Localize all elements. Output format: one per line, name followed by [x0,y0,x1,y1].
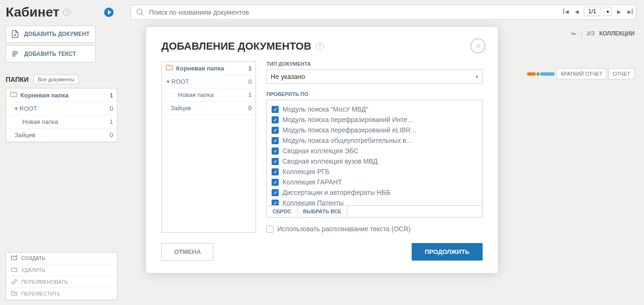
close-button[interactable]: ✕ [470,38,485,53]
check-item[interactable]: Сводная коллекция ЭБС [272,146,477,156]
modal-title: ДОБАВЛЕНИЕ ДОКУМЕНТОВ [161,40,311,52]
ocr-checkbox-row[interactable]: Использовать распознавание текста (OCR) [266,225,483,233]
checkbox-icon [272,137,279,144]
folder-name: Корневая папка [176,65,224,72]
modal-folder-row[interactable]: Корневая папка 1 [162,61,256,75]
check-label: Коллекция Патенты [282,199,344,206]
cancel-button[interactable]: ОТМЕНА [161,243,213,261]
folder-name: Зайцев [170,105,191,112]
check-item[interactable]: Модуль поиска перефразирований Инте... [272,114,477,125]
help-icon[interactable]: ? [316,43,324,50]
doc-type-label: ТИП ДОКУМЕНТА [266,61,483,67]
check-label: Модуль поиска общеупотребительных в... [282,137,412,144]
list-actions: СБРОС ВЫБРАТЬ ВСЕ [266,206,483,218]
folder-count: 0 [248,78,252,85]
check-label: Коллекция ГАРАНТ [282,178,342,186]
check-item[interactable]: Коллекция Патенты [272,198,477,206]
check-label: Модуль поиска "МосУ МВД" [282,105,368,113]
check-item[interactable]: Коллекция ГАРАНТ [272,177,477,187]
check-label: Модуль поиска перефразирований Инте... [282,116,413,123]
checkbox-icon [272,168,279,175]
close-icon: ✕ [475,42,481,51]
check-label: Сводная коллекция вузов МВД [282,157,378,165]
checkbox-icon [266,226,273,233]
chevron-down-icon: ▾ [167,78,171,85]
check-item[interactable]: Модуль поиска "МосУ МВД" [272,104,477,114]
check-label: Диссертации и авторефераты НББ [282,189,390,196]
check-item[interactable]: Модуль поиска общеупотребительных в... [272,135,477,146]
check-by-label: ПРОВЕРИТЬ ПО [266,91,483,97]
folder-name: Новая папка [178,91,214,98]
checkbox-icon [272,127,279,134]
checkbox-icon [272,179,279,186]
reset-button[interactable]: СБРОС [267,206,298,217]
check-item[interactable]: Сводная коллекция вузов МВД [272,156,477,166]
check-label: Модуль поиска перефразирований eLIBR... [282,126,416,134]
check-label: Коллекция РГБ [282,168,329,175]
doc-type-select[interactable]: Не указано ▾ [266,70,483,84]
checkbox-icon [272,106,279,113]
folder-count: 1 [248,65,252,72]
folder-icon [166,64,173,72]
modal-folder-row[interactable]: Зайцев 0 [162,102,256,115]
check-label: Сводная коллекция ЭБС [282,147,359,155]
folder-name: ROOT [171,78,189,85]
doc-type-value: Не указано [271,73,305,80]
modal-overlay: ✕ ДОБАВЛЕНИЕ ДОКУМЕНТОВ ? Корневая папка… [0,0,644,305]
modal-folder-tree: Корневая папка 1 ▾ ROOT 0 Новая папка 1 … [161,61,256,233]
check-item[interactable]: Модуль поиска перефразирований eLIBR... [272,125,477,135]
checkbox-icon [272,200,279,206]
add-documents-modal: ✕ ДОБАВЛЕНИЕ ДОКУМЕНТОВ ? Корневая папка… [146,26,498,273]
select-all-button[interactable]: ВЫБРАТЬ ВСЕ [298,206,348,217]
continue-button[interactable]: ПРОДОЛЖИТЬ [412,243,483,261]
checkbox-icon [272,148,279,155]
check-item[interactable]: Диссертации и авторефераты НББ [272,187,477,198]
ocr-label: Использовать распознавание текста (OCR) [277,225,411,233]
checkbox-icon [272,116,279,123]
check-sources-list[interactable]: Модуль поиска "МосУ МВД" Модуль поиска п… [266,100,483,206]
checkbox-icon [272,189,279,196]
chevron-down-icon: ▾ [476,74,478,80]
checkbox-icon [272,158,279,165]
modal-folder-row[interactable]: Новая папка 1 [162,88,256,102]
check-item[interactable]: Коллекция РГБ [272,166,477,177]
folder-count: 0 [248,105,252,112]
folder-count: 1 [248,91,252,98]
modal-folder-row[interactable]: ▾ ROOT 0 [162,75,256,88]
